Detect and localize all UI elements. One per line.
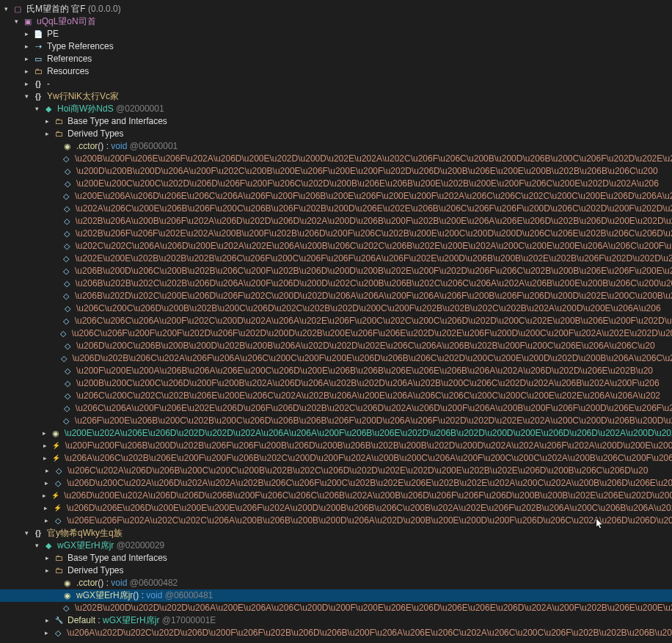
field-icon xyxy=(62,378,73,390)
module-child-node[interactable]: ▸Type References xyxy=(0,40,672,53)
field-name: \u206C\u200C\u206D\u200B\u202B\u200C\u20… xyxy=(76,302,661,315)
field-node[interactable]: \u202B\u206F\u206F\u202E\u202A\u200B\u20… xyxy=(0,228,672,240)
event-node[interactable]: ▸\u206D\u206E\u206D\u200E\u200E\u200E\u2… xyxy=(0,502,672,515)
chevron-down-icon[interactable]: ▾ xyxy=(22,529,31,538)
chevron-right-icon[interactable]: ▸ xyxy=(22,30,31,39)
field-node[interactable]: \u206C\u206A\u200F\u206E\u202E\u206D\u20… xyxy=(0,402,672,415)
chevron-right-icon[interactable]: ▸ xyxy=(43,467,51,476)
field-node[interactable]: ▸\u206E\u206F\u202A\u202C\u202C\u206A\u2… xyxy=(0,515,672,527)
event-icon xyxy=(50,490,61,502)
assembly-label: 氏M望首的 官F xyxy=(26,4,86,14)
field-node[interactable]: \u200F\u200E\u200A\u206B\u206A\u206E\u20… xyxy=(0,365,672,377)
chevron-right-icon[interactable]: ▸ xyxy=(43,130,51,139)
field-node[interactable]: \u200D\u200B\u200D\u206A\u200F\u202C\u20… xyxy=(0,165,672,178)
field-name: \u202B\u206A\u200B\u206F\u202A\u206D\u20… xyxy=(76,215,672,228)
field-node[interactable]: \u200B\u200C\u200C\u206D\u200F\u200B\u20… xyxy=(0,377,672,390)
chevron-right-icon[interactable]: ▸ xyxy=(42,504,51,513)
event-node[interactable]: ▸\u206A\u206C\u202B\u206E\u200F\u200F\u2… xyxy=(0,452,672,465)
property-node[interactable]: ▸ Default : wGX望ErH席jr @17000001E xyxy=(0,614,672,627)
field-node[interactable]: \u200B\u200F\u206E\u206F\u202A\u206D\u20… xyxy=(0,153,672,165)
module-child-node[interactable]: ▸- xyxy=(0,78,672,90)
field-node[interactable]: \u202B\u206A\u200B\u206F\u202A\u206D\u20… xyxy=(0,215,672,228)
class-icon xyxy=(43,103,54,115)
chevron-right-icon[interactable]: ▸ xyxy=(22,43,31,51)
structural-folder-node[interactable]: ▸Derived Types xyxy=(0,128,672,140)
field-name: \u202B\u200D\u202D\u202D\u206A\u200E\u20… xyxy=(75,602,672,614)
class-node[interactable]: ▾ wGX望ErH席jr @02000029 xyxy=(0,540,672,552)
node-label: Type References xyxy=(47,40,114,53)
method-node-selected[interactable]: wGX望ErH席jr() : void @06000481 xyxy=(0,589,672,602)
field-name: \u200E\u200C\u200C\u202D\u206D\u206F\u20… xyxy=(76,178,659,190)
field-node[interactable]: \u206C\u200C\u206D\u200B\u202B\u200C\u20… xyxy=(0,302,672,315)
field-name: \u206E\u206F\u202A\u202C\u202C\u206A\u20… xyxy=(67,515,672,527)
event-icon xyxy=(51,453,62,465)
namespace-node[interactable]: ▾ Yw行NiK太行Vc家 xyxy=(0,90,672,103)
chevron-right-icon[interactable]: ▸ xyxy=(41,442,50,451)
chevron-down-icon[interactable]: ▾ xyxy=(12,18,21,26)
chevron-right-icon[interactable]: ▸ xyxy=(40,454,48,463)
field-node[interactable]: \u206B\u200D\u206C\u200B\u202B\u206C\u20… xyxy=(0,265,672,277)
field-node[interactable]: ▸\u206D\u200C\u202A\u206D\u202A\u202A\u2… xyxy=(0,477,672,490)
chevron-right-icon[interactable]: ▸ xyxy=(43,629,51,638)
node-label: - xyxy=(47,78,50,90)
field-icon xyxy=(53,465,65,477)
structural-folder-node[interactable]: ▸Base Type and Interfaces xyxy=(0,552,672,564)
event-node[interactable]: ▸\u206D\u200E\u202A\u206D\u206D\u206B\u2… xyxy=(0,490,672,502)
field-icon xyxy=(62,366,73,377)
field-node[interactable]: \u206D\u202B\u206C\u202A\u206F\u206A\u20… xyxy=(0,352,672,365)
ns-icon xyxy=(32,79,44,90)
method-node[interactable]: .cctor() : void @06000001 xyxy=(0,140,672,153)
structural-folder-node[interactable]: ▸Derived Types xyxy=(0,564,672,577)
method-icon xyxy=(62,590,73,602)
field-node[interactable]: \u206C\u206C\u206A\u200F\u202C\u200D\u20… xyxy=(0,315,672,327)
chevron-right-icon[interactable]: ▸ xyxy=(40,429,48,438)
assembly-tree[interactable]: ▾ 氏M望首的 官F (0.0.0.0) ▾ uQqL望oN司首 ▸PE▸Typ… xyxy=(0,0,672,642)
namespace-node[interactable]: ▾ 官y物希qWky生q族 xyxy=(0,527,672,540)
module-child-node[interactable]: ▸References xyxy=(0,53,672,65)
module-child-node[interactable]: ▸Resources xyxy=(0,65,672,78)
field-node[interactable]: \u206F\u200E\u206B\u200C\u202B\u200C\u20… xyxy=(0,415,672,427)
chevron-down-icon[interactable]: ▾ xyxy=(22,92,31,101)
field-node[interactable]: \u206B\u202B\u202C\u202B\u206D\u206A\u20… xyxy=(0,277,672,290)
field-node[interactable]: \u206C\u200C\u202C\u202B\u206E\u200E\u20… xyxy=(0,390,672,402)
chevron-right-icon[interactable]: ▸ xyxy=(43,117,51,126)
module-child-node[interactable]: ▸PE xyxy=(0,28,672,40)
folder-icon xyxy=(53,565,65,577)
field-node[interactable]: \u206B\u202D\u202C\u200E\u206D\u206F\u20… xyxy=(0,290,672,302)
field-node[interactable]: \u202B\u200D\u202D\u202D\u206A\u200E\u20… xyxy=(0,602,672,614)
chevron-right-icon[interactable]: ▸ xyxy=(22,80,31,89)
field-node[interactable]: \u202A\u206C\u200E\u206B\u206F\u200C\u20… xyxy=(0,203,672,215)
field-name: \u202B\u206F\u206F\u202E\u202A\u200B\u20… xyxy=(76,228,672,240)
chevron-right-icon[interactable]: ▸ xyxy=(43,617,51,625)
field-node[interactable]: \u206C\u206F\u200F\u200F\u202D\u206F\u20… xyxy=(0,327,672,340)
assembly-node[interactable]: ▾ 氏M望首的 官F (0.0.0.0) xyxy=(0,3,672,15)
chevron-down-icon[interactable]: ▾ xyxy=(32,542,41,551)
chevron-right-icon[interactable]: ▸ xyxy=(42,479,51,488)
event-icon xyxy=(52,503,64,515)
field-node[interactable]: \u206D\u200C\u206B\u200B\u200D\u202B\u20… xyxy=(0,340,672,352)
field-icon xyxy=(61,253,73,265)
chevron-right-icon[interactable]: ▸ xyxy=(43,567,51,575)
method-node[interactable]: ▸\u200E\u202A\u206E\u206D\u202D\u202D\u2… xyxy=(0,427,672,440)
structural-folder-node[interactable]: ▸Base Type and Interfaces xyxy=(0,115,672,128)
field-node[interactable]: ▸ \u206A\u202D\u202C\u202D\u206D\u200F\u… xyxy=(0,627,672,639)
field-icon xyxy=(61,278,73,290)
chevron-right-icon[interactable]: ▸ xyxy=(42,517,51,526)
chevron-right-icon[interactable]: ▸ xyxy=(22,55,31,64)
chevron-right-icon[interactable]: ▸ xyxy=(43,554,51,563)
field-icon xyxy=(60,316,72,327)
field-node[interactable]: \u202E\u200E\u202B\u202B\u202B\u206C\u20… xyxy=(0,253,672,265)
module-node[interactable]: ▾ uQqL望oN司首 xyxy=(0,15,672,28)
chevron-down-icon[interactable]: ▾ xyxy=(1,5,10,14)
method-node[interactable]: .cctor() : void @06000482 xyxy=(0,577,672,589)
chevron-down-icon[interactable]: ▾ xyxy=(32,105,41,114)
field-node[interactable]: ▸\u206C\u202A\u206D\u206B\u200C\u200C\u2… xyxy=(0,465,672,477)
event-node[interactable]: ▸\u200F\u200F\u206B\u200D\u202B\u206F\u2… xyxy=(0,440,672,452)
field-node[interactable]: \u202C\u202C\u206A\u206D\u200E\u202A\u20… xyxy=(0,240,672,253)
field-node[interactable]: \u200E\u200C\u200C\u202D\u206D\u206F\u20… xyxy=(0,178,672,190)
field-node[interactable]: \u200E\u206A\u206D\u206E\u206C\u206A\u20… xyxy=(0,190,672,203)
chevron-right-icon[interactable]: ▸ xyxy=(22,68,31,76)
method-token: @06000001 xyxy=(130,141,178,151)
class-node[interactable]: ▾ Hoi商W孙NdS @02000001 xyxy=(0,103,672,115)
chevron-right-icon[interactable]: ▸ xyxy=(40,492,48,501)
